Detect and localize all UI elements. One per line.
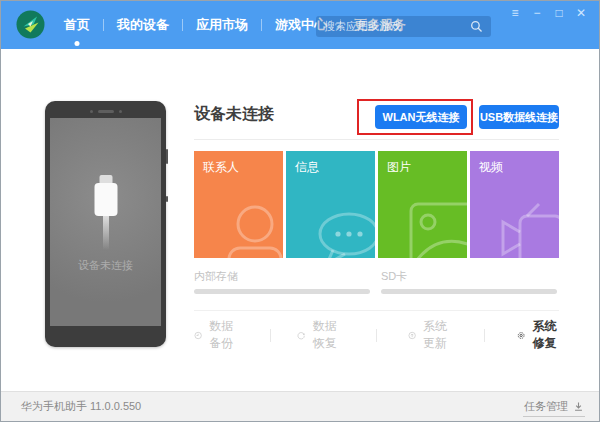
divider (194, 310, 559, 311)
gear-icon (517, 328, 525, 343)
usb-connect-button[interactable]: USB数据线连接 (479, 105, 559, 129)
sd-card-label: SD卡 (381, 269, 407, 284)
photo-icon (401, 196, 467, 258)
system-repair-button[interactable]: 系统修复 (517, 318, 559, 352)
hisuite-logo-icon (16, 10, 45, 39)
video-camera-icon (491, 202, 559, 258)
tile-label: 视频 (479, 159, 503, 176)
phone-volume-button (166, 149, 168, 164)
restore-arrow-icon (297, 328, 305, 343)
search-icon (470, 20, 483, 33)
window-controls: ≡ − □ ✕ (507, 5, 589, 21)
menu-icon[interactable]: ≡ (507, 5, 523, 21)
download-icon (573, 401, 584, 412)
task-manager-label: 任务管理 (524, 399, 568, 414)
action-separator (270, 329, 271, 342)
task-manager-button[interactable]: 任务管理 (523, 397, 585, 417)
tile-videos[interactable]: 视频 (470, 151, 559, 258)
phone-screen: 设备未连接 (50, 118, 161, 326)
update-arrow-icon (408, 328, 416, 343)
tile-label: 信息 (295, 159, 319, 176)
contact-person-icon (215, 202, 283, 258)
close-icon[interactable]: ✕ (573, 5, 589, 21)
phone-illustration: 设备未连接 (45, 101, 166, 347)
nav-item-my-devices[interactable]: 我的设备 (104, 16, 182, 34)
search-input[interactable]: 搜索应用或游戏 (316, 16, 491, 37)
data-restore-button[interactable]: 数据恢复 (297, 318, 339, 352)
maximize-icon[interactable]: □ (551, 5, 567, 21)
tile-messages[interactable]: 信息 (286, 151, 375, 258)
tile-contacts[interactable]: 联系人 (194, 151, 283, 258)
action-label: 数据恢复 (313, 318, 340, 352)
sd-card-bar (381, 289, 557, 294)
action-row: 数据备份 数据恢复 系统更新 系统修复 (194, 325, 559, 345)
action-separator (484, 329, 485, 342)
active-indicator-dot (75, 41, 80, 46)
search-placeholder: 搜索应用或游戏 (324, 19, 470, 34)
internal-storage-label: 内部存储 (194, 269, 238, 284)
tile-pictures[interactable]: 图片 (378, 151, 467, 258)
action-label: 系统更新 (423, 318, 450, 352)
nav-item-home[interactable]: 首页 (51, 16, 103, 34)
title-bar: 首页 我的设备 应用市场 游戏中心 更多服务 搜索应用或游戏 ≡ − □ ✕ (1, 1, 599, 49)
usb-plug-body (94, 183, 117, 216)
status-bar: 华为手机助手 11.0.0.550 任务管理 (1, 391, 599, 421)
wlan-connect-button[interactable]: WLAN无线连接 (375, 105, 467, 129)
minimize-icon[interactable]: − (529, 5, 545, 21)
tile-label: 图片 (387, 159, 411, 176)
nav-label: 首页 (64, 17, 90, 32)
app-version-text: 华为手机助手 11.0.0.550 (21, 399, 141, 414)
data-backup-button[interactable]: 数据备份 (194, 318, 236, 352)
phone-speaker (45, 110, 166, 113)
hisuite-window: 首页 我的设备 应用市场 游戏中心 更多服务 搜索应用或游戏 ≡ − □ ✕ (0, 0, 600, 422)
divider (194, 139, 559, 140)
internal-storage-bar (194, 289, 370, 294)
nav-item-app-market[interactable]: 应用市场 (183, 16, 261, 34)
system-update-button[interactable]: 系统更新 (408, 318, 450, 352)
chat-bubble-icon (305, 208, 375, 258)
backup-clock-icon (194, 328, 202, 343)
phone-status-text: 设备未连接 (50, 258, 161, 273)
action-separator (376, 329, 377, 342)
action-label: 数据备份 (209, 318, 236, 352)
usb-cable (103, 216, 109, 250)
tile-label: 联系人 (203, 159, 239, 176)
phone-power-button (166, 196, 168, 202)
action-label: 系统修复 (532, 318, 559, 352)
page-title: 设备未连接 (194, 104, 274, 125)
category-tiles: 联系人 信息 图片 视频 (194, 151, 559, 258)
